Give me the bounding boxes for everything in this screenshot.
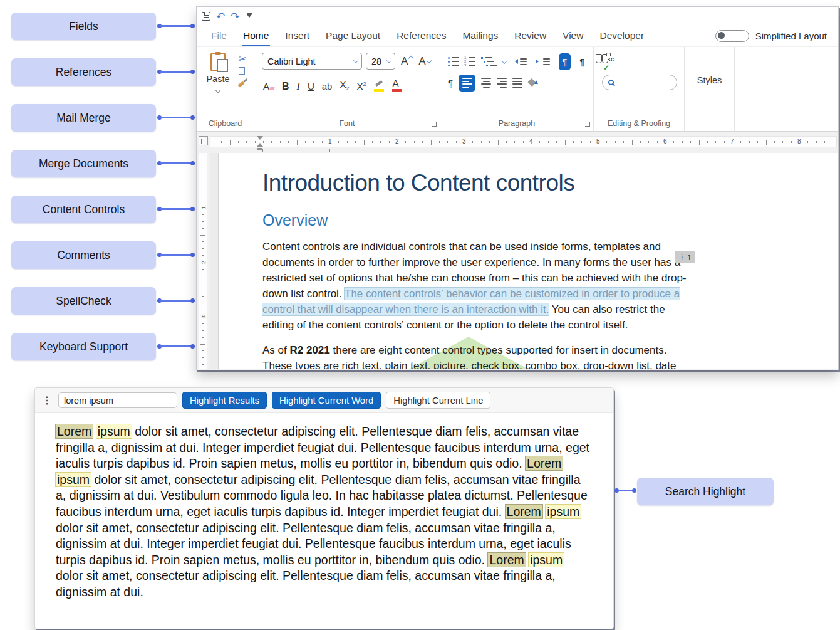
tab-review[interactable]: Review <box>506 26 554 46</box>
ruler-tick <box>657 141 658 143</box>
ruler-tick <box>531 149 531 152</box>
list-options-dropdown-icon[interactable] <box>502 59 507 63</box>
bold-text: R2 2021 <box>289 344 329 356</box>
paste-dropdown-icon[interactable] <box>215 88 220 93</box>
spellcheck-icon[interactable]: ABC✓ <box>602 56 679 71</box>
ruler-tick <box>202 269 204 270</box>
ruler-tick <box>590 141 591 143</box>
ruler-tick <box>322 141 323 143</box>
connector-dot <box>632 488 636 493</box>
justify-icon[interactable] <box>512 78 522 88</box>
paste-icon <box>210 53 226 71</box>
ruler-tick <box>481 141 482 143</box>
paragraph-dialog-launcher-icon[interactable] <box>585 122 590 127</box>
underline-icon[interactable]: U <box>308 81 314 92</box>
multilevel-list-icon[interactable] <box>481 57 497 66</box>
undo-icon[interactable]: ↶ <box>216 11 225 22</box>
search-input[interactable] <box>58 392 177 408</box>
strikethrough-icon[interactable]: ab <box>322 81 333 92</box>
connector-dot <box>190 161 195 165</box>
tab-mailings[interactable]: Mailings <box>454 26 506 46</box>
save-icon[interactable] <box>202 12 210 21</box>
button-highlight-current-word[interactable]: Highlight Current Word <box>272 392 381 409</box>
search-icon <box>608 80 614 85</box>
increase-indent-icon[interactable] <box>536 58 553 65</box>
ruler-tick <box>262 149 263 152</box>
document-page[interactable]: Introduction to Content controls Overvie… <box>218 153 838 369</box>
tab-developer[interactable]: Developer <box>591 26 652 46</box>
grow-font-icon[interactable]: A <box>401 55 413 68</box>
cut-icon[interactable]: ✂ <box>239 54 247 63</box>
italic-icon[interactable]: I <box>297 81 300 92</box>
ruler-tick <box>313 141 314 143</box>
tab-references[interactable]: References <box>388 26 454 46</box>
font-size-dropdown-icon[interactable] <box>383 53 395 69</box>
ruler-tick <box>690 141 691 143</box>
font-dialog-launcher-icon[interactable] <box>432 122 437 127</box>
tab-file[interactable]: File <box>203 26 235 46</box>
drag-handle-icon[interactable]: ⋮ <box>41 396 53 406</box>
shrink-font-icon[interactable]: A <box>418 55 430 68</box>
numbered-list-icon[interactable]: 123 <box>464 57 475 66</box>
ruler-tick <box>707 141 708 143</box>
ribbon-tab-row: FileHomeInsertPage LayoutReferencesMaili… <box>197 26 838 46</box>
document-paragraph-1: Content controls are individual controls… <box>262 239 697 333</box>
ruler-tick <box>364 140 365 145</box>
tab-view[interactable]: View <box>554 26 591 46</box>
paste-button[interactable]: Paste <box>202 53 234 116</box>
superscript-icon[interactable]: X2 <box>356 81 366 92</box>
decrease-indent-icon[interactable] <box>512 58 530 65</box>
ruler-tick <box>200 344 205 345</box>
tab-page-layout[interactable]: Page Layout <box>318 26 388 46</box>
ruler-tick <box>297 140 298 145</box>
redo-icon[interactable]: ↷ <box>231 11 239 22</box>
clear-formatting-icon[interactable]: A <box>263 81 274 92</box>
ruler-number: 4 <box>529 138 533 145</box>
callout-label: SpellCheck <box>11 287 156 315</box>
styles-group[interactable]: Styles <box>685 47 735 131</box>
connector-dot <box>190 24 195 28</box>
ruler-tick <box>489 141 490 143</box>
tab-stop-selector[interactable] <box>199 136 208 145</box>
tab-insert[interactable]: Insert <box>277 26 318 46</box>
shading-icon[interactable] <box>528 78 538 88</box>
show-formatting-marks-icon[interactable]: ¶ <box>448 78 453 88</box>
ribbon-search-input[interactable] <box>602 75 677 90</box>
ltr-paragraph-icon[interactable]: ¶ <box>559 53 571 70</box>
ruler-tick <box>464 149 464 152</box>
font-family-select[interactable]: Calibri Light <box>262 53 362 70</box>
font-group-label: Font <box>254 119 440 128</box>
search-text[interactable]: Lorem ipsum dolor sit amet, consectetur … <box>35 413 613 601</box>
simplified-layout-toggle[interactable] <box>715 30 749 42</box>
font-size-select[interactable]: 28 <box>366 53 395 70</box>
connector-dot <box>190 253 195 257</box>
comment-badge[interactable]: ⋮ 1 <box>675 251 695 263</box>
subscript-icon[interactable]: X2 <box>340 80 349 92</box>
h-ruler[interactable]: 12345678 <box>210 136 837 147</box>
align-left-icon[interactable] <box>459 75 475 92</box>
indent-markers[interactable] <box>257 136 263 149</box>
align-center-icon[interactable] <box>481 78 491 88</box>
connector-dot <box>190 344 195 349</box>
comment-dots-icon: ⋮ <box>678 253 685 261</box>
ruler-tick <box>816 141 817 143</box>
align-right-icon[interactable] <box>497 78 507 88</box>
rtl-paragraph-icon[interactable]: ¶ <box>576 53 588 70</box>
button-highlight-current-line[interactable]: Highlight Current Line <box>386 392 490 409</box>
format-painter-icon[interactable] <box>238 78 247 87</box>
ruler-tick <box>202 160 204 160</box>
text-highlight-icon[interactable] <box>374 81 385 92</box>
v-ruler[interactable]: 123 <box>199 153 207 369</box>
ruler-tick <box>749 141 750 143</box>
font-color-icon[interactable]: A <box>393 78 399 92</box>
tab-home[interactable]: Home <box>235 26 277 46</box>
ruler-number: 2 <box>200 259 207 266</box>
callout-spellcheck: SpellCheck <box>11 287 197 315</box>
editor-window: ↶ ↷ FileHomeInsertPage LayoutReferencesM… <box>196 6 839 370</box>
bullet-list-icon[interactable] <box>448 57 459 66</box>
font-family-dropdown-icon[interactable] <box>350 53 361 69</box>
customize-qat-icon[interactable] <box>247 13 252 20</box>
bold-icon[interactable]: B <box>282 81 289 92</box>
copy-icon[interactable] <box>239 67 245 75</box>
button-highlight-results[interactable]: Highlight Results <box>182 392 267 409</box>
